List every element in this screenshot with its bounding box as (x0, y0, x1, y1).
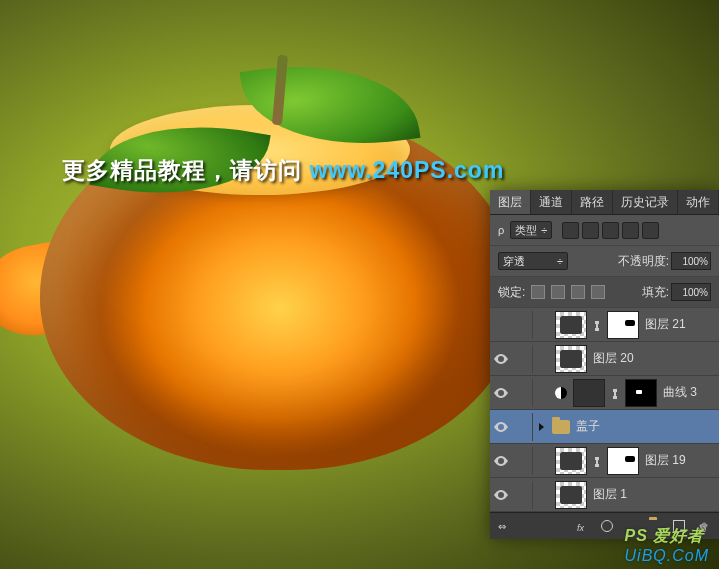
visibility-toggle-icon[interactable] (494, 454, 508, 468)
filter-type-icon[interactable] (602, 222, 619, 239)
lock-all-icon[interactable] (591, 285, 605, 299)
filter-smart-icon[interactable] (642, 222, 659, 239)
fill-input[interactable] (671, 283, 711, 301)
filter-adjust-icon[interactable] (582, 222, 599, 239)
blend-row: 穿透 ÷ 不透明度: (490, 246, 719, 277)
tab-history[interactable]: 历史记录 (613, 190, 678, 214)
fx-icon[interactable]: fx (577, 520, 591, 532)
opacity-input[interactable] (671, 252, 711, 270)
tab-paths[interactable]: 路径 (572, 190, 613, 214)
filter-kind-dropdown[interactable]: 类型 ÷ (510, 221, 552, 239)
blend-mode-dropdown[interactable]: 穿透 ÷ (498, 252, 568, 270)
layer-thumbnail[interactable] (555, 311, 587, 339)
expand-icon[interactable] (539, 423, 544, 431)
layer-name[interactable]: 图层 1 (593, 486, 715, 503)
filter-shape-icon[interactable] (622, 222, 639, 239)
layer-mask-thumbnail[interactable] (625, 379, 657, 407)
layer-name[interactable]: 图层 21 (645, 316, 715, 333)
overlay-text-link: www.240PS.com (309, 157, 504, 183)
lock-row: 锁定: 填充: (490, 277, 719, 308)
layer-row[interactable]: 图层 20 (490, 342, 719, 376)
layers-list: 图层 21图层 20曲线 3盖子图层 19图层 1 (490, 308, 719, 512)
tab-layers[interactable]: 图层 (490, 190, 531, 214)
lock-pos-icon[interactable] (571, 285, 585, 299)
watermark-url: UiBQ.CoM (625, 547, 709, 565)
adjustment-icon (555, 387, 567, 399)
layer-thumbnail[interactable] (555, 447, 587, 475)
layer-name[interactable]: 图层 19 (645, 452, 715, 469)
visibility-toggle-icon[interactable] (494, 352, 508, 366)
layer-row[interactable]: 图层 21 (490, 308, 719, 342)
lock-label: 锁定: (498, 284, 525, 301)
filter-row: ρ 类型 ÷ (490, 215, 719, 246)
layer-thumbnail[interactable] (555, 481, 587, 509)
visibility-toggle-icon[interactable] (494, 488, 508, 502)
layer-row[interactable]: 盖子 (490, 410, 719, 444)
lock-trans-icon[interactable] (531, 285, 545, 299)
lock-pixel-icon[interactable] (551, 285, 565, 299)
visibility-toggle-icon[interactable] (494, 318, 508, 332)
layers-panel: 图层 通道 路径 历史记录 动作 ρ 类型 ÷ 穿透 ÷ 不透明度: 锁定: (490, 190, 719, 539)
link-icon[interactable] (611, 388, 619, 398)
link-icon[interactable] (593, 320, 601, 330)
opacity-label: 不透明度: (618, 253, 669, 270)
visibility-toggle-icon[interactable] (494, 386, 508, 400)
layer-name[interactable]: 曲线 3 (663, 384, 715, 401)
layer-name[interactable]: 盖子 (576, 418, 715, 435)
filter-pixel-icon[interactable] (562, 222, 579, 239)
filter-icons (562, 222, 659, 239)
layer-name[interactable]: 图层 20 (593, 350, 715, 367)
layer-mask-thumbnail[interactable] (607, 311, 639, 339)
tab-actions[interactable]: 动作 (678, 190, 719, 214)
layer-thumbnail[interactable] (573, 379, 605, 407)
panel-tabs: 图层 通道 路径 历史记录 动作 (490, 190, 719, 215)
layer-thumbnail[interactable] (555, 345, 587, 373)
layer-row[interactable]: 曲线 3 (490, 376, 719, 410)
watermark: PS 爱好者 UiBQ.CoM (625, 526, 709, 565)
link-icon[interactable] (593, 456, 601, 466)
mask-icon[interactable] (601, 520, 615, 532)
visibility-toggle-icon[interactable] (494, 420, 508, 434)
watermark-ps: PS 爱好者 (625, 526, 705, 547)
folder-icon (552, 420, 570, 434)
layer-mask-thumbnail[interactable] (607, 447, 639, 475)
layer-row[interactable]: 图层 19 (490, 444, 719, 478)
overlay-text-white: 更多精品教程，请访问 (62, 157, 309, 183)
overlay-text: 更多精品教程，请访问 www.240PS.com (62, 155, 504, 186)
tab-channels[interactable]: 通道 (531, 190, 572, 214)
layer-row[interactable]: 图层 1 (490, 478, 719, 512)
fill-label: 填充: (642, 284, 669, 301)
